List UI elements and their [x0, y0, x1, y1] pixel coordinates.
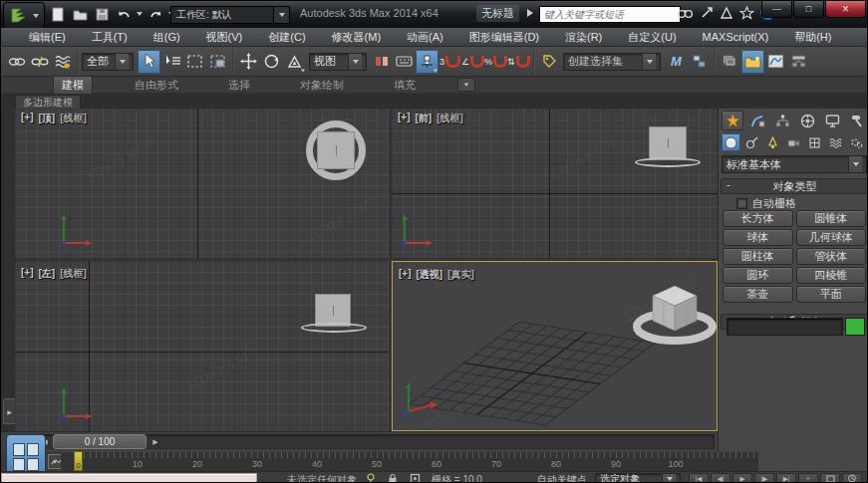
menu-item-modifiers[interactable]: 修改器(M) [332, 30, 382, 45]
key-mode-toggle-button[interactable] [820, 473, 840, 483]
object-button-sphere[interactable]: 球体 [723, 229, 793, 246]
open-file-icon[interactable] [71, 5, 89, 23]
viewport-menu-general[interactable]: [+] [398, 112, 411, 125]
viewport-menu-general[interactable]: [+] [399, 268, 412, 282]
autokey-button[interactable]: 自动关键点 [537, 473, 587, 483]
layer-manager-icon[interactable] [719, 50, 741, 74]
edit-named-selection-sets-icon[interactable] [538, 50, 561, 74]
menu-item-create[interactable]: 创建(C) [268, 30, 305, 45]
viewport-top[interactable]: [+] [顶] [线框] [15, 109, 389, 258]
object-button-cone[interactable]: 圆锥体 [796, 210, 867, 227]
motion-tab-icon[interactable] [796, 111, 818, 130]
viewport-menu-pov[interactable]: [前] [416, 112, 433, 125]
favorites-star-icon[interactable] [739, 6, 754, 20]
current-frame-handle[interactable]: 0 [74, 451, 83, 471]
modify-tab-icon[interactable] [746, 111, 768, 130]
search-binoculars-icon[interactable] [677, 6, 694, 20]
angle-snap-toggle-icon[interactable]: ∠ [461, 50, 484, 74]
menu-item-customize[interactable]: 自定义(U) [628, 30, 676, 45]
create-tab-icon[interactable] [722, 111, 743, 130]
close-button[interactable]: × [825, 1, 866, 18]
align-icon[interactable] [688, 50, 711, 74]
go-to-start-button[interactable]: |◀ [689, 473, 709, 483]
percent-snap-toggle-icon[interactable]: % [484, 50, 507, 74]
go-to-end-button[interactable]: ▶| [776, 473, 796, 483]
selection-filter-dropdown[interactable]: 全部 [82, 53, 134, 71]
undo-history-caret-icon[interactable] [137, 12, 143, 16]
ribbon-tab-freeform[interactable]: 自由形式 [127, 77, 186, 94]
object-button-teapot[interactable]: 茶壶 [723, 286, 793, 303]
maxscript-mini-listener[interactable] [1, 473, 257, 483]
viewport-menu-shading[interactable]: [线框] [60, 267, 87, 281]
hierarchy-tab-icon[interactable] [771, 111, 793, 130]
viewport-menu-pov[interactable]: [透视] [417, 268, 443, 282]
absolute-offset-toggle-icon[interactable] [410, 473, 421, 483]
object-button-geosphere[interactable]: 几何球体 [796, 229, 867, 246]
menu-item-animation[interactable]: 动画(A) [407, 30, 443, 45]
infocenter-search-input[interactable] [539, 6, 681, 23]
menu-item-maxscript[interactable]: MAXScript(X) [703, 31, 769, 43]
select-and-rotate-icon[interactable] [260, 50, 283, 74]
time-configuration-button[interactable] [842, 473, 862, 483]
ribbon-tab-modeling[interactable]: 建模 [53, 76, 93, 94]
object-type-rollout-header[interactable]: - 对象类型 [721, 178, 868, 194]
helpers-category-icon[interactable] [805, 133, 824, 151]
key-filter-dropdown[interactable]: 选定对象 [595, 473, 681, 483]
display-tab-icon[interactable] [821, 111, 843, 130]
shapes-category-icon[interactable] [742, 133, 761, 151]
viewport-menu-pov[interactable]: [顶] [39, 112, 56, 125]
undo-icon[interactable] [115, 5, 133, 23]
select-and-scale-icon[interactable] [283, 50, 306, 74]
infocenter-expand-icon[interactable] [527, 9, 533, 17]
workspace-dropdown-arrow[interactable] [273, 6, 290, 24]
menu-item-edit[interactable]: 编辑(E) [29, 30, 66, 45]
viewport-menu-general[interactable]: [+] [21, 267, 34, 281]
ribbon-tab-selection[interactable]: 选择 [220, 77, 258, 94]
systems-category-icon[interactable] [847, 133, 866, 151]
geometry-category-icon[interactable] [722, 133, 740, 151]
ribbon-tab-populate[interactable]: 填充 [386, 77, 424, 94]
application-menu-button[interactable] [3, 2, 45, 29]
select-and-manipulate-icon[interactable] [370, 50, 393, 74]
viewport-menu-shading[interactable]: [真实] [447, 268, 474, 282]
mirror-icon[interactable]: M [665, 50, 688, 74]
viewport-left[interactable]: [+] [左] [线框] [15, 261, 389, 431]
track-bar[interactable]: 10 20 30 40 50 60 70 80 90 100 [61, 451, 758, 472]
object-button-plane[interactable]: 平面 [796, 286, 867, 303]
viewport-menu-shading[interactable]: [线框] [60, 112, 87, 125]
object-button-pyramid[interactable]: 四棱锥 [796, 267, 867, 284]
object-button-torus[interactable]: 圆环 [723, 267, 793, 284]
new-scene-icon[interactable] [49, 5, 67, 23]
maximize-button[interactable]: □ [793, 1, 824, 18]
save-file-icon[interactable] [93, 5, 111, 23]
keyboard-shortcut-override-icon[interactable] [393, 50, 416, 74]
communication-center-icon[interactable] [700, 6, 714, 20]
menu-item-graph-editors[interactable]: 图形编辑器(D) [469, 30, 539, 45]
time-slider-handle[interactable]: 0 / 100 [53, 434, 146, 449]
previous-frame-button[interactable]: ◀| [711, 473, 730, 483]
workspace-dropdown[interactable]: 工作区: 默认 [170, 6, 282, 24]
autogrid-checkbox[interactable] [736, 198, 747, 209]
select-object-icon[interactable] [138, 50, 160, 74]
primitive-category-dropdown[interactable]: 标准基本体 [722, 155, 867, 173]
schematic-view-icon[interactable] [787, 50, 810, 74]
object-color-swatch[interactable] [845, 318, 865, 336]
selection-lock-icon[interactable] [388, 473, 398, 483]
bind-to-space-warp-icon[interactable] [51, 50, 74, 74]
named-selection-sets-dropdown[interactable]: 创建选择集 [563, 53, 661, 71]
snap-toggle-3d-icon[interactable]: 3 [438, 50, 461, 74]
ribbon-options-icon[interactable] [457, 78, 475, 92]
isolate-selection-icon[interactable] [366, 473, 376, 483]
lights-category-icon[interactable] [763, 133, 782, 151]
ribbon-subtab-polygon-modeling[interactable]: 多边形建模 [15, 95, 81, 110]
select-and-link-icon[interactable] [5, 50, 28, 74]
object-button-box[interactable]: 长方体 [723, 210, 793, 227]
minimize-button[interactable]: — [761, 1, 792, 18]
set-key-button[interactable]: + [798, 473, 818, 483]
select-by-name-icon[interactable] [160, 50, 183, 74]
ribbon-tab-object-paint[interactable]: 对象绘制 [292, 77, 352, 94]
redo-icon[interactable] [146, 5, 164, 23]
sign-in-icon[interactable] [720, 6, 733, 20]
viewport-menu-pov[interactable]: [左] [39, 267, 56, 281]
viewport-menu-shading[interactable]: [线框] [436, 112, 463, 125]
